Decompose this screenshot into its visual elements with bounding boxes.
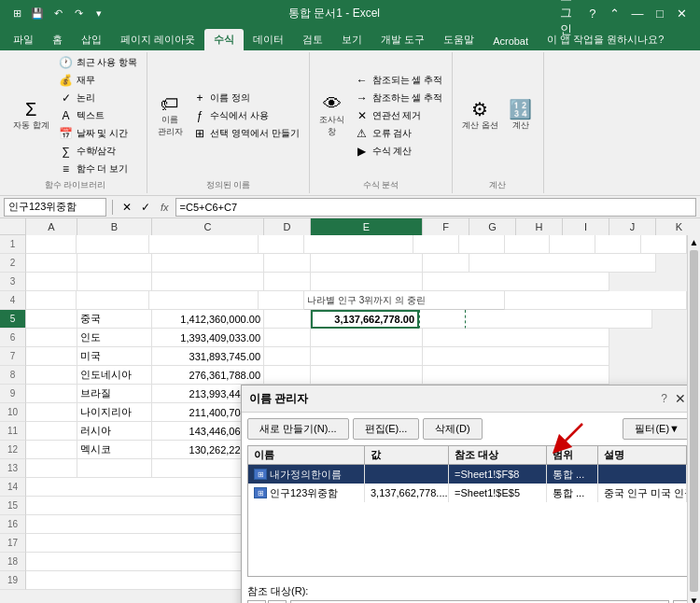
cell-A11[interactable] <box>26 422 77 441</box>
watch-window-btn[interactable]: 👁 조사식창 <box>315 92 349 140</box>
use-in-formula-btn[interactable]: ƒ 수식에서 사용 <box>189 107 303 124</box>
cell-A5[interactable] <box>26 310 77 329</box>
cell-C8[interactable]: 276,361,788.00 <box>152 366 264 385</box>
tab-file[interactable]: 파일 <box>4 29 43 50</box>
customize-quick-btn[interactable]: ▾ <box>90 4 108 22</box>
filter-btn[interactable]: 필터(E)▼ <box>623 418 687 440</box>
value-cell-1[interactable] <box>365 465 449 484</box>
cell-B13[interactable] <box>77 459 152 478</box>
row-num-6[interactable]: 6 <box>0 329 26 347</box>
row-num-7[interactable]: 7 <box>0 347 26 366</box>
cell-E8[interactable] <box>311 366 423 385</box>
recent-functions-btn[interactable]: 🕐 최근 사용 항목 <box>55 54 142 71</box>
scope-cell-2[interactable]: 통합 ... <box>547 484 598 502</box>
cell-B12[interactable]: 멕시코 <box>77 441 152 459</box>
cell-F5[interactable] <box>419 310 466 329</box>
name-manager-dialog[interactable]: 이름 관리자 ? ✕ 새로 만들기(N)... 편집(E)... 삭제(D) 필… <box>241 385 687 603</box>
tab-help[interactable]: 도움말 <box>434 29 483 50</box>
tab-insert[interactable]: 삽입 <box>72 29 111 50</box>
col-header-H[interactable]: H <box>516 218 563 235</box>
cell-F6[interactable] <box>423 329 609 347</box>
col-header-D[interactable]: D <box>264 218 311 235</box>
cell-B2[interactable] <box>77 254 152 273</box>
cell-C5[interactable]: 1,412,360,000.00 <box>152 310 264 329</box>
cell-D7[interactable] <box>264 347 311 366</box>
name-cell-2[interactable]: ⊞ 인구123위중함 <box>248 484 365 502</box>
cell-E3[interactable] <box>311 273 423 291</box>
ribbon-toggle-btn[interactable]: ⌃ <box>605 3 625 23</box>
row-num-1[interactable]: 1 <box>0 235 26 254</box>
cell-B7[interactable]: 미국 <box>77 347 152 366</box>
col-header-J[interactable]: J <box>609 218 656 235</box>
cell-B6[interactable]: 인도 <box>77 329 152 347</box>
cell-F7[interactable] <box>423 347 609 366</box>
text-btn[interactable]: A 텍스트 <box>55 107 142 124</box>
list-item[interactable]: ⊞ 인구123위중함 3,137,662,778.... =Sheet1!$E$… <box>248 484 687 502</box>
cell-E2[interactable] <box>311 254 423 273</box>
edit-name-btn[interactable]: 편집(E)... <box>353 418 420 440</box>
remove-arrows-btn[interactable]: ✕ 연관선 제거 <box>351 107 447 124</box>
tab-view[interactable]: 보기 <box>332 29 371 50</box>
row-num-13[interactable]: 13 <box>0 459 26 478</box>
col-header-E[interactable]: E <box>311 218 423 235</box>
cell-E4[interactable]: 나라별 인구 3위까지 의 중린 <box>304 291 505 310</box>
cell-C7[interactable]: 331,893,745.00 <box>152 347 264 366</box>
col-header-desc[interactable]: 설명 <box>598 446 687 464</box>
login-btn[interactable]: 로그인 <box>560 3 581 23</box>
tab-formulas[interactable]: 수식 <box>204 29 244 50</box>
cell-E6[interactable] <box>311 329 423 347</box>
row-num-18[interactable]: 18 <box>0 553 26 571</box>
cell-G5[interactable] <box>466 310 652 329</box>
maximize-btn[interactable]: □ <box>650 3 670 23</box>
cell-B4[interactable] <box>77 291 149 310</box>
new-name-btn[interactable]: 새로 만들기(N)... <box>247 418 349 440</box>
col-header-I[interactable]: I <box>563 218 609 235</box>
cell-D8[interactable] <box>264 366 311 385</box>
cell-F8[interactable] <box>423 366 609 385</box>
cell-C6[interactable]: 1,393,409,033.00 <box>152 329 264 347</box>
trace-dependents-btn[interactable]: → 참조하는 셀 추적 <box>351 90 447 106</box>
cell-D5[interactable] <box>264 310 311 329</box>
cell-A13[interactable] <box>26 459 77 478</box>
cell-B11[interactable]: 러시아 <box>77 422 152 441</box>
confirm-formula-icon[interactable]: ✓ <box>137 199 154 216</box>
col-header-value[interactable]: 값 <box>365 446 449 464</box>
col-header-G[interactable]: G <box>469 218 516 235</box>
col-header-C[interactable]: C <box>152 218 264 235</box>
row-num-17[interactable]: 17 <box>0 534 26 553</box>
row-num-8[interactable]: 8 <box>0 366 26 385</box>
row-num-12[interactable]: 12 <box>0 441 26 459</box>
scope-cell-1[interactable]: 통합 ... <box>547 465 598 484</box>
list-item[interactable]: ⊞ 내가정의한이름 =Sheet1!$F$8 통합 ... <box>248 465 687 484</box>
cell-F3[interactable] <box>423 273 609 291</box>
tab-developer[interactable]: 개발 도구 <box>371 29 434 50</box>
tab-page-layout[interactable]: 페이지 레이아웃 <box>111 29 204 50</box>
cell-A1[interactable] <box>26 235 77 254</box>
cell-C4[interactable] <box>149 291 259 310</box>
cancel-formula-icon[interactable]: ✕ <box>119 199 135 216</box>
cell-C3[interactable] <box>152 273 264 291</box>
corner-cell[interactable] <box>0 218 26 235</box>
close-btn[interactable]: ✕ <box>672 3 693 23</box>
row-num-19[interactable]: 19 <box>0 571 26 590</box>
logical-btn[interactable]: ✓ 논리 <box>55 90 142 106</box>
row-num-14[interactable]: 14 <box>0 478 26 497</box>
cell-A4[interactable] <box>26 291 77 310</box>
cell-B3[interactable] <box>77 273 152 291</box>
dialog-titlebar[interactable]: 이름 관리자 ? ✕ <box>242 386 687 413</box>
col-header-scope[interactable]: 범위 <box>547 446 598 464</box>
tab-data[interactable]: 데이터 <box>244 29 293 50</box>
col-header-B[interactable]: B <box>77 218 152 235</box>
cell-A7[interactable] <box>26 347 77 366</box>
cell-A3[interactable] <box>26 273 77 291</box>
cell-B1[interactable] <box>77 235 149 254</box>
name-cell-1[interactable]: ⊞ 내가정의한이름 <box>248 465 365 484</box>
row-num-16[interactable]: 16 <box>0 515 26 534</box>
cell-D2[interactable] <box>264 254 311 273</box>
redo-quick-btn[interactable]: ↷ <box>69 4 88 22</box>
tab-search[interactable]: 이 앱 작업을 원하시나요? <box>538 29 673 50</box>
tab-acrobat[interactable]: Acrobat <box>483 32 538 50</box>
cell-J1[interactable] <box>595 235 641 254</box>
minimize-btn[interactable]: — <box>627 3 648 23</box>
row-num-9[interactable]: 9 <box>0 385 26 403</box>
